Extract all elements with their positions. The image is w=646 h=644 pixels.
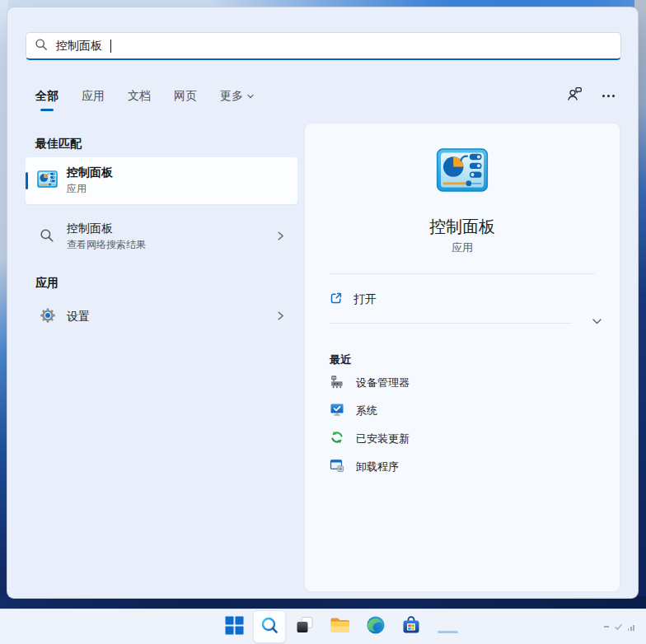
open-label: 打开 (353, 292, 377, 307)
header-actions (567, 86, 615, 105)
best-match-result[interactable]: 控制面板 应用 (26, 157, 297, 204)
tab-web[interactable]: 网页 (174, 89, 197, 104)
web-search-subtitle: 查看网络搜索结果 (67, 238, 146, 252)
chevron-right-icon (275, 310, 286, 324)
search-filter-tabs: 全部 应用 文档 网页 更多 (35, 85, 255, 108)
recent-item-label: 已安装更新 (356, 432, 410, 446)
search-icon (35, 38, 48, 54)
taskbar-items (218, 610, 428, 643)
system-tray[interactable] (604, 623, 634, 631)
system-monitor-icon (330, 402, 344, 420)
result-preview-panel: 控制面板 应用 打开 最近 (304, 123, 620, 592)
search-input[interactable]: 控制面板 (26, 32, 621, 60)
settings-gear-icon (40, 307, 56, 327)
recent-heading: 最近 (330, 352, 351, 367)
account-chat-icon[interactable] (567, 86, 583, 105)
device-manager-icon (330, 374, 344, 392)
tab-documents[interactable]: 文档 (128, 89, 151, 104)
selection-accent-bar (26, 172, 28, 189)
recent-item-system[interactable]: 系统 (330, 397, 597, 425)
task-view-button[interactable] (288, 610, 321, 643)
web-search-title: 控制面板 (67, 222, 113, 236)
edge-browser-button[interactable] (359, 610, 392, 643)
app-result-settings[interactable]: 设置 (26, 299, 297, 335)
start-button[interactable] (218, 610, 250, 643)
tray-check-icon (615, 623, 622, 631)
task-view-icon (296, 616, 314, 637)
taskbar-underline-indicator (438, 631, 458, 633)
installed-updates-icon (330, 430, 344, 448)
web-search-suggestion[interactable]: 控制面板 查看网络搜索结果 (26, 213, 297, 261)
search-icon (40, 228, 54, 246)
file-explorer-button[interactable] (324, 610, 357, 643)
recent-item-device-manager[interactable]: 设备管理器 (330, 369, 597, 397)
windows-logo-icon (225, 616, 244, 638)
preview-app-subtitle: 应用 (305, 240, 620, 255)
recent-item-label: 系统 (356, 404, 377, 418)
divider (330, 323, 572, 324)
divider (330, 273, 595, 274)
windows-search-screen: 控制面板 全部 应用 文档 网页 更多 最佳匹配 (0, 0, 646, 644)
best-match-subtitle: 应用 (67, 182, 87, 196)
search-icon (260, 616, 279, 638)
search-query-text: 控制面板 (56, 39, 102, 54)
tab-more[interactable]: 更多 (220, 89, 255, 104)
taskbar (0, 609, 646, 644)
tab-all[interactable]: 全部 (35, 89, 59, 104)
settings-label: 设置 (67, 310, 90, 324)
recent-item-label: 卸载程序 (356, 460, 399, 474)
microsoft-store-icon (401, 615, 421, 638)
tab-apps[interactable]: 应用 (82, 89, 105, 104)
tray-dash-icon (604, 626, 609, 628)
control-panel-icon (437, 148, 489, 195)
edge-browser-icon (366, 615, 386, 638)
apps-section-heading: 应用 (35, 276, 59, 291)
open-action[interactable]: 打开 (330, 288, 577, 311)
recent-item-installed-updates[interactable]: 已安装更新 (330, 425, 597, 453)
taskbar-search-button[interactable] (253, 610, 286, 643)
uninstall-program-icon (330, 458, 344, 476)
chevron-down-icon (246, 92, 255, 100)
folder-icon (330, 616, 351, 637)
preview-app-title: 控制面板 (305, 216, 620, 238)
microsoft-store-button[interactable] (395, 610, 428, 643)
more-options-ellipsis-icon[interactable] (602, 91, 615, 100)
tray-signal-bars-icon (628, 625, 634, 631)
best-match-heading: 最佳匹配 (35, 137, 82, 152)
expand-chevron-down-icon[interactable] (591, 315, 603, 331)
text-caret (110, 40, 111, 53)
chevron-right-icon (275, 230, 286, 245)
recent-item-uninstall-program[interactable]: 卸载程序 (330, 453, 597, 481)
best-match-title: 控制面板 (67, 166, 113, 180)
recent-item-label: 设备管理器 (356, 376, 410, 390)
open-external-icon (330, 292, 343, 308)
control-panel-icon (37, 170, 58, 191)
search-flyout: 控制面板 全部 应用 文档 网页 更多 最佳匹配 (7, 7, 639, 599)
